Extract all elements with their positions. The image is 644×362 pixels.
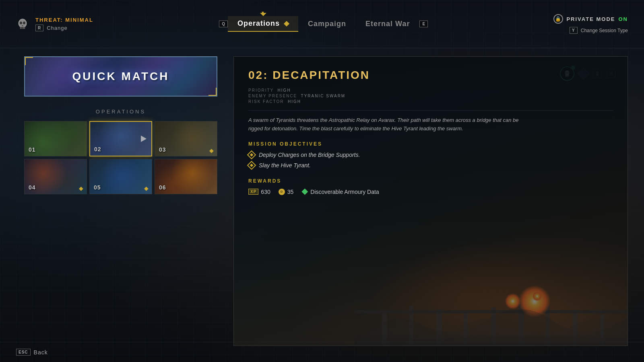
r-key-badge: R xyxy=(35,25,43,31)
mission-metadata: PRIORITY HIGH ENEMY PRESENCE TYRANIC SWA… xyxy=(248,88,613,104)
tab-operations[interactable]: Operations ▼ xyxy=(228,16,298,32)
right-panel: ✕ 02: DECAPITATION PRIORITY HIGH ENEMY P… xyxy=(233,56,628,346)
mission-divider xyxy=(248,110,613,111)
svg-rect-4 xyxy=(24,27,25,29)
objectives-section-label: MISSION OBJECTIVES xyxy=(248,141,613,147)
corner-decoration-tl xyxy=(25,57,33,65)
operations-tab-diamond xyxy=(284,21,289,27)
svg-rect-2 xyxy=(21,27,22,29)
back-label: Back xyxy=(34,349,48,356)
operations-section-header: OPERATIONS xyxy=(24,109,217,115)
mission-description: A swarm of Tyranids threatens the Astrop… xyxy=(248,116,522,133)
operation-cell-06[interactable]: 06 xyxy=(155,159,217,194)
rewards-section-label: REWARDS xyxy=(248,178,613,184)
change-session-button[interactable]: Y Change Session Type xyxy=(570,27,628,34)
op-cell-03-icon: ◆ xyxy=(209,147,214,154)
tab-campaign[interactable]: Campaign xyxy=(298,16,356,31)
operation-cell-02[interactable]: 02 xyxy=(89,121,152,156)
rewards-row: XP 630 ⊙ 35 Discoverable Armoury Data xyxy=(248,189,613,195)
op-cell-05-icon: ◆ xyxy=(144,185,149,191)
private-mode-display: 🔒 PRIVATE MODE ON xyxy=(553,14,628,24)
objectives-list: Deploy Charges on the Bridge Supports. S… xyxy=(248,152,613,169)
quick-match-button[interactable]: QUICK MATCH xyxy=(24,56,217,97)
op-number-04: 04 xyxy=(29,184,36,191)
objective-item-1: Deploy Charges on the Bridge Supports. xyxy=(248,152,613,158)
reward-data: Discoverable Armoury Data xyxy=(301,189,379,195)
y-key-badge: Y xyxy=(570,27,578,34)
session-controls: 🔒 PRIVATE MODE ON Y Change Session Type xyxy=(553,14,628,34)
meta-priority: PRIORITY HIGH xyxy=(248,88,613,93)
threat-label: THREAT: MINIMAL xyxy=(35,17,93,23)
e-nav-button[interactable]: E xyxy=(419,21,428,27)
xp-value: 630 xyxy=(261,189,270,195)
op-cell-04-icon: ◆ xyxy=(79,185,83,191)
corner-decoration-br xyxy=(208,88,217,96)
mission-title: 02: DECAPITATION xyxy=(248,69,613,82)
coin-value: 35 xyxy=(287,189,294,195)
q-nav-button[interactable]: Q xyxy=(219,21,228,27)
coin-icon: ⊙ xyxy=(279,189,285,195)
operation-cell-01[interactable]: 01 xyxy=(24,121,87,156)
meta-risk: RISK FACTOR HIGH xyxy=(248,99,613,104)
selection-cursor xyxy=(141,136,147,142)
quick-match-label: QUICK MATCH xyxy=(25,57,217,96)
skull-icon xyxy=(16,18,29,31)
reward-coin: ⊙ 35 xyxy=(279,189,294,195)
armoury-data-label: Discoverable Armoury Data xyxy=(310,189,379,195)
tab-arrow-down: ▼ xyxy=(261,10,265,15)
left-panel: QUICK MATCH OPERATIONS 01 02 03 ◆ xyxy=(24,56,217,194)
change-label: Change xyxy=(47,25,68,31)
tab-navigation: Q Operations ▼ Campaign Eternal War E xyxy=(219,16,428,32)
op-number-01: 01 xyxy=(29,146,36,153)
operation-cell-05[interactable]: 05 ◆ xyxy=(89,159,152,194)
xp-badge: XP xyxy=(248,189,258,195)
back-button[interactable]: ESC Back xyxy=(16,349,48,356)
esc-key-badge: ESC xyxy=(16,349,31,356)
reward-xp: XP 630 xyxy=(248,189,270,195)
change-threat-button[interactable]: R Change xyxy=(35,25,68,31)
armoury-data-icon xyxy=(301,189,308,195)
mission-content: 02: DECAPITATION PRIORITY HIGH ENEMY PRE… xyxy=(234,57,627,207)
lock-icon: 🔒 xyxy=(553,14,563,24)
svg-point-6 xyxy=(23,21,25,24)
objective-diamond-2 xyxy=(247,160,256,170)
operation-cell-03[interactable]: 03 ◆ xyxy=(155,121,217,156)
svg-point-0 xyxy=(19,19,27,28)
tab-eternal-war[interactable]: Eternal War xyxy=(356,16,419,31)
op-number-06: 06 xyxy=(159,184,166,191)
op-number-02: 02 xyxy=(94,146,101,152)
svg-rect-3 xyxy=(22,27,23,29)
svg-point-5 xyxy=(20,21,22,24)
operations-grid: 01 02 03 ◆ 04 ◆ 05 xyxy=(24,121,217,194)
operation-cell-04[interactable]: 04 ◆ xyxy=(24,159,87,194)
op-number-05: 05 xyxy=(94,184,101,191)
objective-diamond-1 xyxy=(247,150,256,159)
top-navigation: THREAT: MINIMAL R Change Q Operations ▼ … xyxy=(0,0,644,48)
objective-item-2: Slay the Hive Tyrant. xyxy=(248,162,613,169)
op-number-03: 03 xyxy=(159,146,166,153)
meta-enemy: ENEMY PRESENCE TYRANIC SWARM xyxy=(248,94,613,98)
